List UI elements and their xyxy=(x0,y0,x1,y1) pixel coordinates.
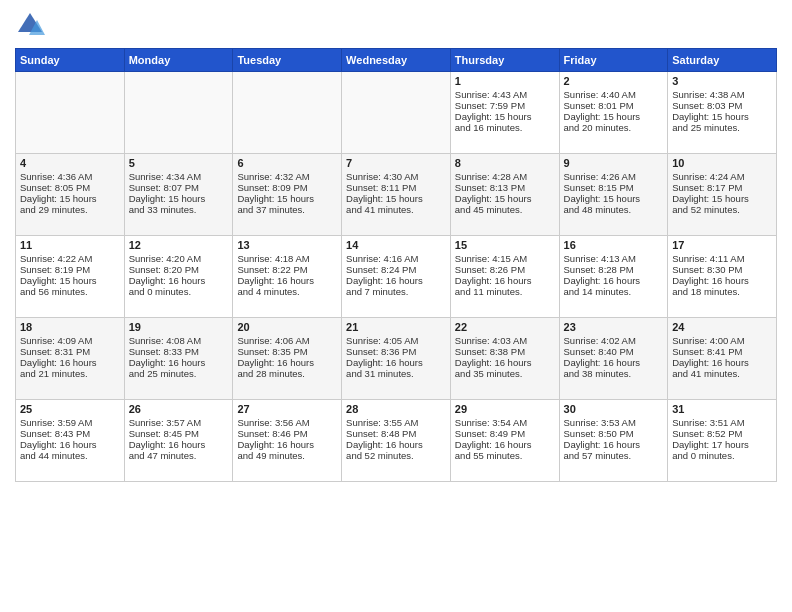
calendar-cell: 22Sunrise: 4:03 AMSunset: 8:38 PMDayligh… xyxy=(450,318,559,400)
day-detail: Sunrise: 4:05 AM xyxy=(346,335,446,346)
day-detail: and 25 minutes. xyxy=(129,368,229,379)
day-detail: Daylight: 16 hours xyxy=(129,439,229,450)
day-detail: Daylight: 16 hours xyxy=(129,357,229,368)
day-number: 3 xyxy=(672,75,772,87)
calendar-cell: 16Sunrise: 4:13 AMSunset: 8:28 PMDayligh… xyxy=(559,236,668,318)
day-detail: Sunrise: 4:34 AM xyxy=(129,171,229,182)
day-detail: and 14 minutes. xyxy=(564,286,664,297)
day-detail: Sunset: 8:28 PM xyxy=(564,264,664,275)
day-detail: Sunset: 8:07 PM xyxy=(129,182,229,193)
day-detail: Daylight: 16 hours xyxy=(346,439,446,450)
day-detail: Sunset: 8:48 PM xyxy=(346,428,446,439)
day-detail: Sunrise: 4:28 AM xyxy=(455,171,555,182)
day-detail: and 16 minutes. xyxy=(455,122,555,133)
day-detail: Sunrise: 3:59 AM xyxy=(20,417,120,428)
calendar-cell xyxy=(16,72,125,154)
day-detail: Sunset: 8:38 PM xyxy=(455,346,555,357)
day-detail: Sunset: 8:01 PM xyxy=(564,100,664,111)
day-detail: and 47 minutes. xyxy=(129,450,229,461)
logo xyxy=(15,10,49,40)
day-detail: and 35 minutes. xyxy=(455,368,555,379)
calendar-cell xyxy=(342,72,451,154)
calendar-cell: 15Sunrise: 4:15 AMSunset: 8:26 PMDayligh… xyxy=(450,236,559,318)
day-detail: Daylight: 15 hours xyxy=(672,193,772,204)
day-detail: Sunset: 8:43 PM xyxy=(20,428,120,439)
day-detail: Sunrise: 4:06 AM xyxy=(237,335,337,346)
day-number: 14 xyxy=(346,239,446,251)
day-detail: and 41 minutes. xyxy=(672,368,772,379)
calendar-cell: 6Sunrise: 4:32 AMSunset: 8:09 PMDaylight… xyxy=(233,154,342,236)
day-detail: Daylight: 16 hours xyxy=(564,357,664,368)
calendar-cell: 18Sunrise: 4:09 AMSunset: 8:31 PMDayligh… xyxy=(16,318,125,400)
calendar-cell: 26Sunrise: 3:57 AMSunset: 8:45 PMDayligh… xyxy=(124,400,233,482)
day-detail: Sunrise: 3:56 AM xyxy=(237,417,337,428)
day-detail: Sunset: 7:59 PM xyxy=(455,100,555,111)
day-number: 12 xyxy=(129,239,229,251)
calendar-cell: 27Sunrise: 3:56 AMSunset: 8:46 PMDayligh… xyxy=(233,400,342,482)
day-detail: Sunset: 8:50 PM xyxy=(564,428,664,439)
day-detail: Sunrise: 3:57 AM xyxy=(129,417,229,428)
col-header-thursday: Thursday xyxy=(450,49,559,72)
day-detail: Daylight: 16 hours xyxy=(455,275,555,286)
day-number: 28 xyxy=(346,403,446,415)
day-detail: and 49 minutes. xyxy=(237,450,337,461)
day-detail: Sunrise: 4:20 AM xyxy=(129,253,229,264)
day-detail: Sunrise: 4:24 AM xyxy=(672,171,772,182)
day-detail: Sunrise: 4:40 AM xyxy=(564,89,664,100)
day-detail: Daylight: 16 hours xyxy=(564,439,664,450)
day-detail: Sunset: 8:31 PM xyxy=(20,346,120,357)
day-detail: Daylight: 16 hours xyxy=(129,275,229,286)
day-detail: and 48 minutes. xyxy=(564,204,664,215)
day-detail: Sunrise: 4:13 AM xyxy=(564,253,664,264)
day-detail: Daylight: 16 hours xyxy=(346,357,446,368)
col-header-sunday: Sunday xyxy=(16,49,125,72)
day-number: 20 xyxy=(237,321,337,333)
day-detail: and 31 minutes. xyxy=(346,368,446,379)
day-detail: Daylight: 15 hours xyxy=(20,275,120,286)
day-detail: Daylight: 16 hours xyxy=(20,439,120,450)
day-detail: Sunrise: 3:51 AM xyxy=(672,417,772,428)
day-detail: Daylight: 16 hours xyxy=(237,357,337,368)
day-detail: Sunrise: 4:03 AM xyxy=(455,335,555,346)
day-detail: Sunrise: 3:55 AM xyxy=(346,417,446,428)
calendar-cell: 17Sunrise: 4:11 AMSunset: 8:30 PMDayligh… xyxy=(668,236,777,318)
calendar-cell: 31Sunrise: 3:51 AMSunset: 8:52 PMDayligh… xyxy=(668,400,777,482)
header-row: SundayMondayTuesdayWednesdayThursdayFrid… xyxy=(16,49,777,72)
day-detail: Sunset: 8:52 PM xyxy=(672,428,772,439)
day-detail: Sunset: 8:15 PM xyxy=(564,182,664,193)
header xyxy=(15,10,777,40)
day-detail: Sunset: 8:26 PM xyxy=(455,264,555,275)
day-number: 6 xyxy=(237,157,337,169)
day-number: 2 xyxy=(564,75,664,87)
day-number: 18 xyxy=(20,321,120,333)
day-detail: Sunrise: 4:08 AM xyxy=(129,335,229,346)
day-number: 11 xyxy=(20,239,120,251)
day-detail: Daylight: 15 hours xyxy=(346,193,446,204)
day-detail: Sunset: 8:17 PM xyxy=(672,182,772,193)
day-detail: Sunset: 8:22 PM xyxy=(237,264,337,275)
day-detail: and 29 minutes. xyxy=(20,204,120,215)
day-detail: Sunrise: 4:15 AM xyxy=(455,253,555,264)
calendar-cell: 25Sunrise: 3:59 AMSunset: 8:43 PMDayligh… xyxy=(16,400,125,482)
day-number: 31 xyxy=(672,403,772,415)
day-detail: Sunrise: 4:26 AM xyxy=(564,171,664,182)
day-detail: Sunrise: 4:02 AM xyxy=(564,335,664,346)
day-detail: and 7 minutes. xyxy=(346,286,446,297)
calendar-table: SundayMondayTuesdayWednesdayThursdayFrid… xyxy=(15,48,777,482)
col-header-monday: Monday xyxy=(124,49,233,72)
day-number: 8 xyxy=(455,157,555,169)
day-number: 4 xyxy=(20,157,120,169)
day-detail: Sunset: 8:33 PM xyxy=(129,346,229,357)
calendar-cell: 23Sunrise: 4:02 AMSunset: 8:40 PMDayligh… xyxy=(559,318,668,400)
day-detail: Daylight: 17 hours xyxy=(672,439,772,450)
calendar-row: 1Sunrise: 4:43 AMSunset: 7:59 PMDaylight… xyxy=(16,72,777,154)
day-detail: and 33 minutes. xyxy=(129,204,229,215)
day-detail: Daylight: 16 hours xyxy=(346,275,446,286)
day-detail: Daylight: 16 hours xyxy=(237,275,337,286)
calendar-cell: 5Sunrise: 4:34 AMSunset: 8:07 PMDaylight… xyxy=(124,154,233,236)
calendar-cell: 20Sunrise: 4:06 AMSunset: 8:35 PMDayligh… xyxy=(233,318,342,400)
day-detail: Sunrise: 4:43 AM xyxy=(455,89,555,100)
day-detail: Daylight: 16 hours xyxy=(455,357,555,368)
day-detail: Daylight: 15 hours xyxy=(455,193,555,204)
day-detail: and 37 minutes. xyxy=(237,204,337,215)
